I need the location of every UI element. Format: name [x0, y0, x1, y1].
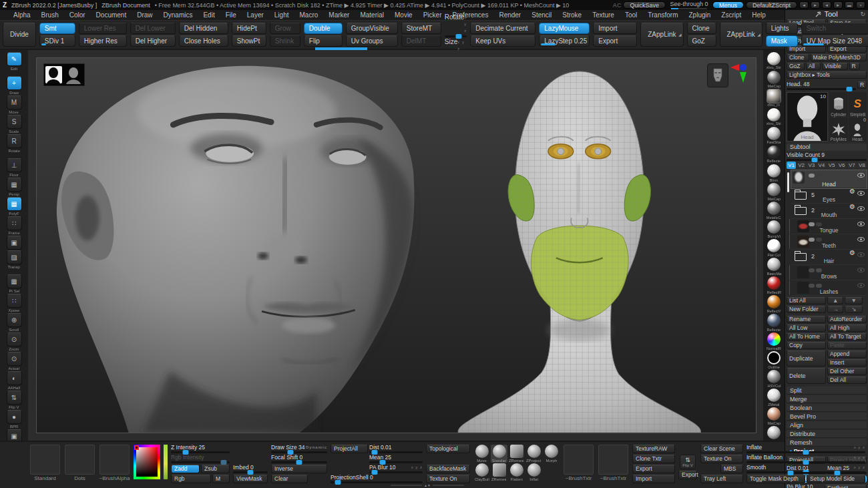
- menu-item[interactable]: Zplugin: [684, 11, 716, 19]
- toolbar-button[interactable]: ⊙ Actual: [4, 352, 24, 371]
- see-through-slider[interactable]: See-through 0: [668, 1, 710, 9]
- gear-icon[interactable]: ⚙: [849, 203, 855, 210]
- decimate-current-button[interactable]: Decimate Current: [470, 23, 535, 34]
- draw-size-slider[interactable]: Draw Size 34Dynamic: [271, 445, 327, 453]
- document-preview-thumbnail[interactable]: [43, 63, 85, 86]
- quick-brush[interactable]: ClayBuil: [473, 463, 490, 481]
- subtool-action-button[interactable]: Copy: [787, 342, 826, 349]
- smt-toggle[interactable]: Smt: [39, 23, 75, 34]
- brush-picker[interactable]: Standard: [29, 445, 61, 481]
- menu-item[interactable]: Alpha: [8, 11, 36, 19]
- projectall-button[interactable]: ProjectAll: [331, 445, 368, 453]
- shrink-button[interactable]: Shrink: [270, 35, 300, 47]
- paint-toggles[interactable]: [809, 238, 822, 242]
- menu-item[interactable]: Tool: [620, 11, 642, 19]
- material-swatch[interactable]: BasicMa: [765, 258, 783, 276]
- paint-toggles[interactable]: [809, 174, 822, 178]
- subtool-name[interactable]: Mouth: [791, 212, 867, 218]
- tool-panel-button[interactable]: Visible: [822, 63, 848, 70]
- visibility-eye-icon[interactable]: [857, 191, 865, 196]
- m-toggle[interactable]: M: [212, 475, 230, 483]
- visibility-eye-icon[interactable]: [857, 252, 865, 257]
- quick-brush[interactable]: Flatten: [508, 463, 525, 481]
- subtool-action-button[interactable]: Duplicate: [787, 350, 826, 367]
- r-button[interactable]: R: [857, 81, 867, 89]
- tool-slot-cylinder[interactable]: Cylinder: [829, 92, 848, 117]
- material-swatch[interactable]: HSVCol: [766, 370, 783, 388]
- menu-item[interactable]: Stroke: [557, 11, 587, 19]
- material-swatch[interactable]: NormalR: [765, 332, 783, 350]
- subtool-action-button[interactable]: Delete: [787, 368, 826, 384]
- menu-item[interactable]: Document: [91, 11, 132, 19]
- tool-panel-button[interactable]: Lightbox ▸ Tools: [787, 71, 867, 79]
- brush-texture-1[interactable]: ~BrushTxtr: [563, 445, 594, 481]
- menu-item[interactable]: Brush: [36, 11, 64, 19]
- quick-brush[interactable]: ZProject: [525, 445, 542, 463]
- mask-toggle[interactable]: Mask: [766, 35, 798, 47]
- material-swatch[interactable]: ReflectY: [765, 295, 783, 313]
- material-swatch[interactable]: Flat Col: [766, 239, 782, 257]
- tray-left-button[interactable]: Tray Left: [700, 475, 743, 483]
- tool-slot-head[interactable]: 0 Head.: [849, 117, 867, 142]
- imbed-slider[interactable]: Imbed 0: [233, 465, 268, 473]
- material-swatch[interactable]: zbro_Ski: [765, 108, 783, 126]
- switch-button[interactable]: Switch: [801, 23, 868, 34]
- quick-brush[interactable]: Inflat: [525, 463, 542, 481]
- toolbar-button[interactable]: ▣ Invers: [4, 429, 24, 441]
- clear-scene-button[interactable]: Clear Scene: [700, 445, 743, 453]
- subtool-name[interactable]: Lashes: [791, 288, 867, 295]
- subtool-op-button[interactable]: New Folder: [787, 306, 826, 313]
- subtool-name[interactable]: Eyes: [791, 196, 867, 203]
- version-tab[interactable]: V7: [847, 162, 857, 169]
- material-swatch[interactable]: zbro_Ski: [765, 52, 783, 70]
- del-higher-button[interactable]: Del Higher: [130, 35, 176, 47]
- del-hidden-button[interactable]: Del Hidden: [179, 23, 228, 34]
- zapplink-button[interactable]: ZAppLink: [640, 23, 683, 47]
- menu-item[interactable]: Marker: [323, 11, 355, 19]
- subtool-row[interactable]: 2 ⚙ Hair: [791, 250, 867, 265]
- visibility-eye-icon[interactable]: [857, 206, 865, 211]
- toolbar-button[interactable]: ▦ Pt Sel: [4, 274, 24, 293]
- material-swatch[interactable]: MatCap: [766, 183, 783, 201]
- material-swatch[interactable]: Reflecte: [765, 146, 783, 164]
- hidept-button[interactable]: HidePt: [232, 23, 266, 34]
- toolbar-button[interactable]: M Move: [4, 95, 24, 114]
- toolbar-button[interactable]: + Draw: [4, 76, 24, 95]
- subtool-row[interactable]: ⚙ Teeth: [791, 234, 867, 250]
- tool-panel-button[interactable]: Clone: [787, 54, 809, 61]
- keep-uvs-button[interactable]: Keep UVs: [470, 35, 535, 47]
- zsub-toggle[interactable]: Zsub: [201, 465, 230, 473]
- sculpt-head-left[interactable]: [57, 66, 415, 433]
- divide-button[interactable]: Divide: [3, 23, 36, 47]
- inverse-button[interactable]: Inverse: [271, 465, 327, 473]
- subtool-section-header[interactable]: Subtool: [787, 144, 867, 151]
- material-swatch[interactable]: zbro_m: [766, 89, 781, 107]
- material-swatch[interactable]: FastSha: [765, 127, 783, 145]
- menu-item[interactable]: Render: [493, 11, 526, 19]
- focal-shift-slider[interactable]: Focal Shift 0: [271, 455, 327, 463]
- version-tab[interactable]: V8: [857, 162, 867, 169]
- menu-item[interactable]: Color: [64, 11, 91, 19]
- subtool-op-button[interactable]: ▼: [845, 297, 863, 304]
- quick-brush[interactable]: Standar: [491, 445, 507, 463]
- topological-button[interactable]: Topological: [426, 445, 470, 453]
- menu-item[interactable]: Movie: [389, 11, 418, 19]
- menu-item[interactable]: Layer: [242, 11, 269, 19]
- clone-button[interactable]: Clone: [687, 23, 716, 34]
- material-swatch[interactable]: Outline: [767, 351, 781, 369]
- toolbar-button[interactable]: R Rotate: [4, 134, 24, 153]
- material-swatch[interactable]: JellyBea: [765, 426, 783, 441]
- lower-res-button[interactable]: Lower Res: [79, 23, 127, 34]
- subtool-action-button[interactable]: Insert: [827, 359, 867, 367]
- subtool-action-button[interactable]: Paste: [827, 342, 867, 349]
- storemt-button[interactable]: StoreMT: [401, 23, 441, 34]
- paint-toggles[interactable]: [809, 222, 822, 226]
- subtool-row[interactable]: ⚙ Tongue: [791, 219, 867, 234]
- subtool-action-button[interactable]: All High: [827, 324, 867, 332]
- zadd-toggle[interactable]: Zadd: [171, 465, 200, 473]
- tray-divider-handle[interactable]: ▲▼: [391, 483, 464, 487]
- subtool-name[interactable]: Brows: [791, 273, 867, 280]
- default-zscript-button[interactable]: DefaultZScript: [746, 1, 797, 9]
- export-button-2[interactable]: Export: [678, 471, 697, 479]
- minimize-icon[interactable]: ▬: [845, 1, 854, 9]
